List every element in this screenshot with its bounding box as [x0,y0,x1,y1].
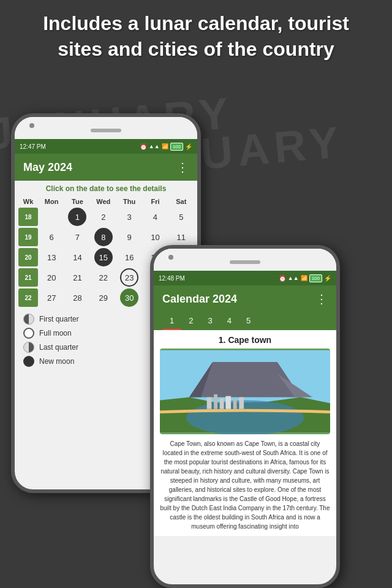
tab-3[interactable]: 3 [200,312,219,330]
menu-button-1[interactable]: ⋮ [176,160,189,175]
cal-cell-empty[interactable] [42,208,61,226]
bolt-icon-2: ⚡ [324,275,331,282]
signal-icon-2: ▲▲ [288,275,299,281]
status-icons-2: ⏰ ▲▲ 📶 100 ⚡ [279,274,331,282]
cal-cell-8[interactable]: 8 [94,228,113,246]
cal-cell-13[interactable]: 13 [42,248,61,266]
cal-cell-23[interactable]: 23 [120,268,138,287]
camera-dot-2 [168,255,173,260]
battery-1: 100 [170,143,183,151]
status-time-1: 12:47 PM [20,143,46,150]
week-num-19: 19 [18,228,38,246]
new-moon-icon [23,356,34,367]
cal-cell-28[interactable]: 28 [68,288,86,307]
tab-1[interactable]: 1 [162,312,181,330]
col-tue: Tue [65,197,89,206]
legend-first-quarter-label: First quarter [39,315,79,323]
full-moon-icon [23,328,34,339]
cal-cell-16[interactable]: 16 [120,248,138,266]
cal-cell-5[interactable]: 5 [172,208,190,226]
cal-cell-15[interactable]: 15 [94,248,113,266]
legend-last-quarter-label: Last quarter [39,343,78,352]
svg-rect-8 [220,399,224,409]
week-num-18: 18 [18,208,38,226]
last-quarter-icon [23,342,34,353]
p2-main-content: 1. Cape town [154,330,336,536]
cal-cell-29[interactable]: 29 [94,288,113,307]
speaker [91,129,121,132]
app-header-2: Calendar 2024 ⋮ [154,285,336,312]
cal-cell-11[interactable]: 11 [172,228,190,246]
p2-tabs: 1 2 3 4 5 [154,312,336,330]
col-fri: Fri [143,197,167,206]
cal-cell-9[interactable]: 9 [120,228,138,246]
svg-rect-7 [214,394,217,409]
svg-point-5 [186,400,304,434]
svg-rect-6 [207,398,212,409]
cape-town-image [160,349,330,434]
wifi-icon: 📶 [162,143,168,149]
signal-icon: ▲▲ [149,143,160,149]
place-description: Cape Town, also known as Cape Town, is a… [160,439,330,531]
status-icons-1: ⏰ ▲▲ 📶 100 ⚡ [140,143,192,151]
header-title: Includes a lunar calendar, tourist sites… [18,11,374,62]
battery-2: 100 [309,274,322,282]
phone1-top [15,117,197,139]
tab-4[interactable]: 4 [220,312,239,330]
camera-dot [29,123,34,128]
status-bar-2: 12:48 PM ⏰ ▲▲ 📶 100 ⚡ [154,271,336,285]
week-num-20: 20 [18,248,38,266]
app-title-1: May 2024 [23,161,72,174]
cal-cell-30[interactable]: 30 [120,288,138,307]
cal-row-2: 19 6 7 8 9 10 11 [18,228,194,246]
cal-cell-1[interactable]: 1 [68,208,86,226]
tab-2[interactable]: 2 [181,312,200,330]
calendar-subtitle: Click on the date to see the details [15,181,197,197]
cal-cell-27[interactable]: 27 [42,288,61,307]
col-wed: Wed [91,197,116,206]
alarm-icon: ⏰ [140,143,147,150]
status-bar-1: 12:47 PM ⏰ ▲▲ 📶 100 ⚡ [15,139,197,154]
cal-cell-3[interactable]: 3 [120,208,138,226]
col-thu: Thu [117,197,141,206]
week-num-21: 21 [18,268,38,287]
alarm-icon-2: ⏰ [279,275,286,282]
cal-cell-22[interactable]: 22 [94,268,113,287]
legend-new-moon-label: New moon [39,357,74,366]
app-header-1: May 2024 ⋮ [15,154,197,181]
cal-cell-7[interactable]: 7 [68,228,86,246]
phone-2: 12:48 PM ⏰ ▲▲ 📶 100 ⚡ Calendar 2024 ⋮ 1 … [150,245,340,588]
cal-cell-14[interactable]: 14 [68,248,86,266]
bolt-icon: ⚡ [185,143,192,150]
svg-rect-11 [239,398,244,409]
svg-rect-9 [225,396,231,409]
legend-full-moon-label: Full moon [39,329,72,337]
tab-5[interactable]: 5 [239,312,258,330]
col-wk: Wk [18,197,38,206]
cal-cell-10[interactable]: 10 [146,228,164,246]
col-sat: Sat [169,197,194,206]
place-title: 1. Cape town [160,335,330,345]
app-title-2: Calendar 2024 [162,293,237,306]
menu-button-2[interactable]: ⋮ [315,292,328,306]
col-mon: Mon [39,197,64,206]
cal-cell-6[interactable]: 6 [42,228,61,246]
cal-cell-20[interactable]: 20 [42,268,61,287]
first-quarter-icon [23,314,34,325]
main-header: Includes a lunar calendar, tourist sites… [0,11,392,62]
cal-header-row: Wk Mon Tue Wed Thu Fri Sat [18,197,194,206]
status-time-2: 12:48 PM [159,275,185,282]
phone2-top [154,249,336,271]
svg-rect-10 [233,399,237,409]
wifi-icon-2: 📶 [301,275,307,281]
week-num-22: 22 [18,288,38,307]
cal-cell-21[interactable]: 21 [68,268,86,287]
cal-cell-4[interactable]: 4 [146,208,164,226]
cal-cell-2[interactable]: 2 [94,208,113,226]
cal-row-1: 18 1 2 3 4 5 [18,208,194,226]
speaker-2 [230,260,260,264]
